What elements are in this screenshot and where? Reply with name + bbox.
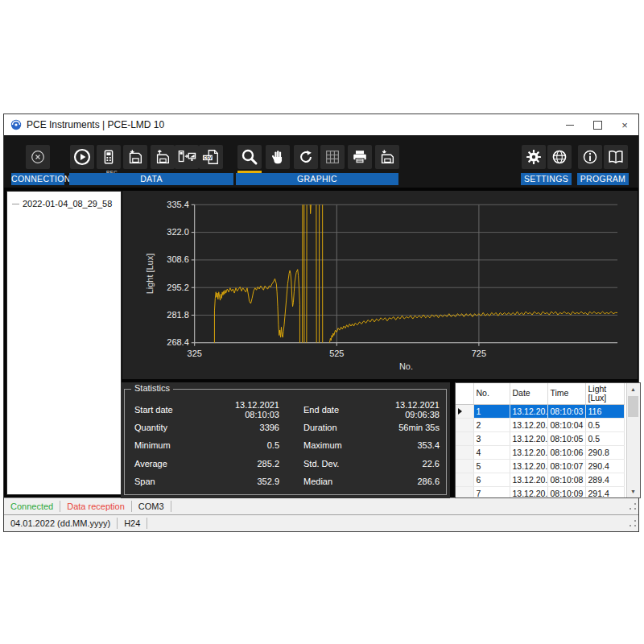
table-cell[interactable]: 0.5 [585, 432, 624, 446]
transfer-device-button[interactable] [175, 145, 199, 169]
resize-grip [630, 520, 636, 526]
language-button[interactable] [547, 145, 572, 169]
table-cell[interactable]: 08:10:09 [547, 487, 585, 499]
disconnect-button[interactable] [26, 145, 50, 169]
table-cell[interactable]: 13.12.20... [510, 432, 547, 446]
save-graphic-button[interactable] [375, 145, 399, 169]
table-cell[interactable]: 290.8 [585, 446, 624, 460]
table-row[interactable]: 313.12.20...08:10:050.5 [456, 432, 624, 446]
table-cell[interactable]: 08:10:04 [547, 419, 585, 432]
row-selector-cell[interactable] [456, 460, 473, 473]
export-csv-button[interactable]: CSV [199, 145, 223, 169]
table-cell[interactable]: 4 [473, 446, 510, 460]
y-tick-label: 322.0 [167, 227, 188, 237]
row-selector-cell[interactable] [456, 432, 473, 446]
record-device-button[interactable] [97, 145, 121, 169]
scrollbar-thumb[interactable] [628, 396, 638, 417]
table-cell[interactable]: 2 [473, 419, 510, 432]
data-grid[interactable]: No.DateTimeLight [Lux] 113.12.20...08:10… [456, 383, 625, 498]
zoom-tool-button[interactable] [237, 145, 262, 169]
table-cell[interactable]: 1 [473, 405, 510, 419]
toolbar: REC [4, 136, 638, 188]
stat-label: Average [134, 459, 203, 469]
status-data-reception: Data reception [60, 501, 132, 512]
tree-item-measurement[interactable]: 2022-01-04_08_29_58 [7, 192, 121, 208]
settings-button[interactable] [522, 145, 546, 169]
row-selector-cell[interactable] [456, 419, 473, 432]
reset-zoom-button[interactable] [294, 145, 318, 169]
row-selector-cell[interactable] [456, 446, 473, 460]
load-data-button[interactable] [151, 145, 175, 169]
row-selector-cell[interactable] [456, 487, 473, 499]
table-row[interactable]: 613.12.20...08:10:08289.4 [456, 473, 624, 487]
play-icon [72, 147, 92, 167]
y-tick-label: 268.4 [167, 337, 188, 347]
table-cell[interactable]: 13.12.20... [510, 473, 547, 487]
table-cell[interactable]: 6 [473, 473, 510, 487]
info-icon [581, 148, 599, 166]
stat-value: 22.6 [372, 459, 440, 469]
pan-tool-button[interactable] [266, 145, 290, 169]
statistics-title: Statistics [131, 383, 173, 393]
table-cell[interactable]: 116 [585, 405, 624, 419]
statistics-row: Minimum0.5Maximum353.4 [134, 436, 440, 455]
table-cell[interactable]: 13.12.20... [510, 487, 547, 499]
save-data-button[interactable] [123, 145, 147, 169]
table-cell[interactable]: 08:10:07 [547, 460, 585, 473]
table-row[interactable]: 713.12.20...08:10:09291.4 [456, 487, 624, 499]
table-cell[interactable]: 289.4 [585, 473, 624, 487]
close-button[interactable]: × [611, 114, 638, 135]
info-button[interactable] [578, 145, 602, 169]
stat-value: 56min 35s [372, 423, 440, 432]
row-selector-cell[interactable] [456, 473, 473, 487]
resize-grip [630, 503, 636, 510]
grid-toggle-button[interactable] [320, 145, 345, 169]
table-cell[interactable]: 13.12.20... [510, 460, 547, 473]
status-connected: Connected [4, 501, 60, 512]
row-selector-cell[interactable] [456, 405, 473, 419]
stat-value: 352.9 [203, 477, 279, 486]
table-cell[interactable]: 7 [473, 487, 510, 499]
table-row[interactable]: 413.12.20...08:10:06290.8 [456, 446, 624, 460]
stat-value: 285.2 [203, 459, 279, 469]
play-button[interactable] [70, 145, 94, 169]
scroll-up-button[interactable]: ▲ [627, 383, 639, 395]
print-button[interactable] [348, 145, 372, 169]
pan-hand-icon [269, 148, 287, 166]
table-cell[interactable]: 290.4 [585, 460, 624, 473]
save-data-icon [126, 148, 144, 166]
table-cell[interactable]: 3 [473, 432, 510, 446]
table-cell[interactable]: 08:10:05 [547, 432, 585, 446]
table-cell[interactable]: 5 [473, 460, 510, 473]
toolbar-group-label-program: PROGRAM [577, 173, 629, 185]
stat-label: Std. Dev. [303, 459, 372, 469]
column-header[interactable]: Time [547, 383, 585, 405]
column-header[interactable]: Light [Lux] [585, 383, 624, 405]
minimize-button[interactable] [556, 114, 584, 135]
table-cell[interactable]: 13.12.20... [510, 405, 547, 419]
gear-icon [525, 148, 543, 166]
maximize-button[interactable] [584, 114, 611, 135]
table-cell[interactable]: 08:10:03 [547, 405, 585, 419]
table-row[interactable]: 513.12.20...08:10:07290.4 [456, 460, 624, 473]
x-tick-label: 525 [329, 349, 344, 358]
table-cell[interactable]: 0.5 [585, 419, 624, 432]
table-row[interactable]: 213.12.20...08:10:040.5 [456, 419, 624, 432]
table-cell[interactable]: 08:10:08 [547, 473, 585, 487]
table-cell[interactable]: 291.4 [585, 487, 624, 499]
title-bar[interactable]: PCE Instruments | PCE-LMD 10 × [4, 114, 638, 136]
table-cell[interactable]: 08:10:06 [547, 446, 585, 460]
scroll-down-button[interactable]: ▼ [627, 485, 639, 497]
table-scrollbar[interactable]: ▲ ▼ [626, 383, 640, 497]
y-tick-label: 281.8 [167, 310, 188, 320]
reset-view-icon [297, 148, 315, 166]
manual-button[interactable] [604, 145, 628, 169]
column-header[interactable]: Date [510, 383, 547, 405]
chart-panel: 268.4281.8295.2308.6322.0335.4325525725L… [122, 191, 638, 379]
table-cell[interactable]: 13.12.20... [510, 446, 547, 460]
table-cell[interactable]: 13.12.20... [510, 419, 547, 432]
column-header[interactable]: No. [473, 383, 510, 405]
table-row[interactable]: 113.12.20...08:10:03116 [456, 405, 624, 419]
stat-label: Duration [303, 423, 372, 432]
light-chart[interactable]: 268.4281.8295.2308.6322.0335.4325525725L… [122, 191, 638, 379]
